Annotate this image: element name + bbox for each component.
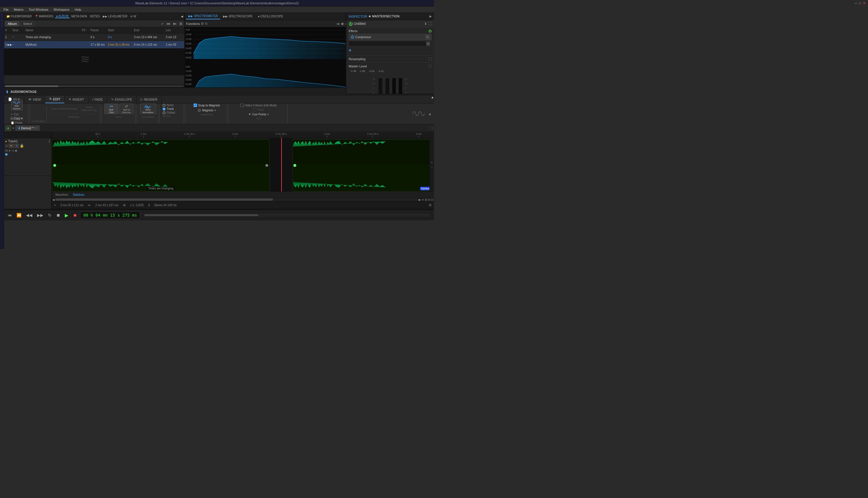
erase-selected-range-btn[interactable]: Erase Selected Range bbox=[50, 104, 79, 114]
cue-points-btn[interactable]: ✦ Cue Points ▾ bbox=[248, 112, 269, 116]
spec-settings-icon[interactable]: ⚙ bbox=[201, 22, 204, 26]
clip-times-are-changing[interactable]: Times are changing bbox=[52, 140, 270, 192]
transport-play[interactable]: ▶ bbox=[63, 212, 70, 219]
grid-icon[interactable]: ⊞ bbox=[179, 22, 183, 26]
magnets-btn[interactable]: ⊙ Magnets ▾ bbox=[198, 108, 216, 113]
transport-rewind[interactable]: ◀◀ bbox=[25, 212, 34, 218]
collapse-left[interactable]: ◀ bbox=[181, 15, 183, 18]
tab-fade[interactable]: / FADE bbox=[89, 95, 107, 103]
tab-markers[interactable]: 📍 MARKERS bbox=[34, 15, 54, 18]
track1-vol-icon[interactable]: ◁ bbox=[11, 149, 14, 152]
delete-selected-clip-btn[interactable]: DeleteSelected Clip bbox=[81, 104, 98, 114]
montage-tab-close[interactable]: × bbox=[35, 126, 37, 130]
track1-mute-btn[interactable]: M bbox=[9, 144, 14, 148]
spec-nav-prev[interactable]: ⏮ bbox=[337, 22, 340, 25]
ripple-none[interactable]: None bbox=[163, 104, 173, 107]
preset-save-icon[interactable]: ⬇ bbox=[424, 22, 427, 26]
tab-metadata[interactable]: META DATA bbox=[70, 15, 88, 18]
track1-solo-btn[interactable]: S bbox=[14, 144, 19, 148]
wf-icon1[interactable]: ≋ bbox=[422, 198, 424, 201]
track1-power-icon[interactable]: ⊟ bbox=[5, 144, 8, 148]
clip2-envelope-dot[interactable] bbox=[294, 164, 296, 167]
copy-btn[interactable]: ⧉ Copy ▾ bbox=[10, 117, 23, 121]
transport-record[interactable]: ⏺ bbox=[72, 212, 78, 218]
tab-notes[interactable]: NOTES bbox=[89, 15, 101, 18]
transport-stop[interactable]: ⏹ bbox=[55, 212, 62, 218]
tab-insert[interactable]: ✦ INSERT bbox=[65, 95, 88, 103]
waveform-tab[interactable]: Waveform bbox=[54, 193, 69, 197]
wf-icon2[interactable]: ⊞ bbox=[425, 198, 427, 201]
add-effect-btn[interactable]: + bbox=[349, 48, 351, 53]
menu-item-file[interactable]: File bbox=[1, 7, 11, 12]
master-section-tab[interactable]: ★ MASTERSECTION bbox=[368, 14, 400, 18]
envelope-dot-left[interactable] bbox=[53, 164, 56, 167]
tab-spectrometer[interactable]: ▶▶ SPECTROMETER bbox=[186, 13, 220, 19]
meta-normalizer-btn[interactable]: MetaNormalizer bbox=[140, 104, 156, 114]
checkmark-icon[interactable]: ✓ bbox=[160, 22, 165, 26]
menu-item-help[interactable]: Help bbox=[72, 7, 83, 12]
toolbar-collapse[interactable]: ▲ bbox=[427, 111, 433, 117]
tab-filebrowser[interactable]: 📁 FILEBROWSER bbox=[5, 15, 33, 18]
master-level-expand[interactable]: ⛶ bbox=[428, 65, 432, 68]
ripple-track[interactable]: Track bbox=[163, 107, 174, 110]
tab-edit[interactable]: ✎ EDIT bbox=[45, 95, 65, 103]
track-row[interactable]: 2 ▶▶ ~ MyMusic 17 s 80 ms 3 mn 31 s 28 m… bbox=[4, 41, 184, 49]
tab-spectroscope[interactable]: ▶▶ SPECTROSCOPE bbox=[221, 14, 255, 19]
spec-refresh-icon[interactable]: ↻ bbox=[205, 22, 208, 26]
ripple-global[interactable]: Global bbox=[163, 111, 175, 114]
edit-source-btn[interactable]: EditSource bbox=[10, 99, 24, 111]
add-track-btn[interactable]: + bbox=[5, 125, 11, 131]
prev-icon[interactable]: ⏮ bbox=[166, 22, 171, 26]
rainbow-tab[interactable]: Rainbow bbox=[72, 193, 85, 197]
video-follows-edit-checkbox[interactable]: Video Follows Edit Mode bbox=[241, 104, 277, 107]
preset-expand-icon[interactable]: ⛶ bbox=[428, 22, 432, 26]
menu-item-workspace[interactable]: Workspace bbox=[51, 7, 72, 12]
inspector-tab[interactable]: INSPECTOR bbox=[349, 15, 367, 18]
menu-item-toolwindows[interactable]: Tool Windows bbox=[26, 7, 51, 12]
tab-w[interactable]: ≋ W bbox=[129, 15, 137, 18]
tab-view[interactable]: 👁 VIEW bbox=[24, 95, 45, 103]
cut-btn[interactable]: ✂ Cut bbox=[10, 113, 23, 116]
spec-record-icon[interactable]: ⏺ bbox=[341, 22, 344, 25]
settings-icon[interactable]: ⚙ bbox=[429, 203, 432, 207]
track-row[interactable]: 1 ~ Times are changing 0 s 0 s 3 mn 13 s… bbox=[4, 34, 184, 41]
montage-expand-icon[interactable]: ⛶ bbox=[430, 126, 433, 130]
split-at-silences-btn[interactable]: ⇄ Split atSilences bbox=[119, 104, 133, 114]
edit-tabs-collapse[interactable]: ▲ bbox=[431, 95, 434, 103]
zoom-in-icon[interactable]: + bbox=[431, 161, 433, 164]
menu-item-meters[interactable]: Meters bbox=[12, 7, 26, 12]
fader1[interactable] bbox=[378, 78, 383, 94]
paste-btn[interactable]: 📋 Paste bbox=[10, 121, 23, 124]
mute-checkbox[interactable]: Mute bbox=[253, 108, 264, 112]
slot-s-badge[interactable]: S bbox=[426, 42, 430, 46]
tab-oscilloscope[interactable]: ● OSCILLOSCOPE bbox=[256, 14, 285, 19]
power-btn[interactable]: ⏻ bbox=[349, 22, 353, 26]
master-collapse[interactable]: ▶ bbox=[429, 14, 432, 18]
envelope-dot-right[interactable] bbox=[265, 164, 268, 167]
clip-mymusic[interactable]: MyMusic bbox=[293, 140, 434, 192]
tab-envelope[interactable]: ∿ ENVELOPE bbox=[107, 95, 136, 103]
compressor-power[interactable]: ⏻ bbox=[351, 35, 354, 39]
transport-prev-marker[interactable]: ⏪ bbox=[15, 212, 23, 218]
album-subtab[interactable]: Album bbox=[5, 21, 20, 26]
track-options-icon[interactable]: ≡ bbox=[12, 126, 14, 130]
volume-dot[interactable] bbox=[5, 153, 8, 156]
montage-tab-demo2[interactable]: ⧫ Demo2 * × bbox=[15, 126, 40, 131]
split-clips-btn[interactable]: ⇔ SplitClips bbox=[104, 104, 118, 114]
compressor-s-badge[interactable]: S bbox=[426, 35, 430, 39]
fader2[interactable] bbox=[385, 78, 390, 94]
track1-lock-icon[interactable]: 🔒 bbox=[20, 144, 24, 148]
transport-loop[interactable]: ↻ bbox=[47, 212, 53, 218]
snap-to-magnets-checkbox[interactable]: ✓ Snap to Magnets bbox=[194, 104, 220, 107]
transport-forward[interactable]: ▶▶ bbox=[36, 212, 45, 218]
track1-mono-icon[interactable]: ● bbox=[9, 149, 10, 152]
tab-album[interactable]: ● ALBUM bbox=[55, 14, 70, 18]
transport-rewind-start[interactable]: ⏮ bbox=[7, 212, 13, 218]
effects-power[interactable]: ⏻ bbox=[428, 29, 432, 33]
zoom-out-icon[interactable]: − bbox=[431, 166, 433, 169]
track1-pan-icon[interactable]: ◀ bbox=[14, 149, 17, 152]
wf-icon3[interactable]: ⊟ bbox=[428, 198, 430, 201]
tab-levelmeter[interactable]: ▶▶ LEVELMETER bbox=[102, 15, 128, 18]
resampling-expand[interactable]: ⛶ bbox=[428, 57, 432, 61]
scroll-right-btn[interactable]: ▶ bbox=[419, 198, 421, 201]
